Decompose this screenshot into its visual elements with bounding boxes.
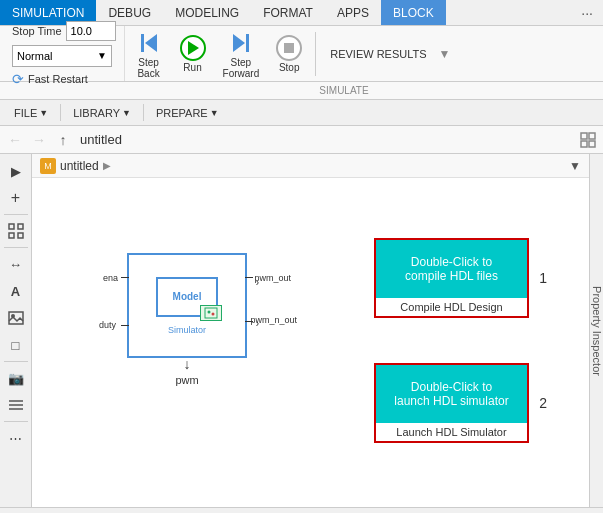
svg-rect-0 [581,133,587,139]
nav-bar: ← → ↑ untitled [0,126,603,154]
pwm-port-ena: ena [103,273,118,283]
svg-rect-2 [581,141,587,147]
step-back-label: Step Back [137,57,159,79]
mode-value: Normal [17,50,52,62]
status-bar: 100% VariableStepAuto [0,507,603,513]
menu-more[interactable]: ··· [571,0,603,25]
compile-hdl-label: Compile HDL Design [400,298,502,316]
svg-rect-3 [589,141,595,147]
conn-left-top [121,277,129,278]
file-dropdown-arrow: ▼ [39,108,48,118]
menu-block[interactable]: BLOCK [381,0,446,25]
main-toolbar: Stop Time Normal ▼ ⟳ Fast Restart Step B… [0,26,603,82]
tool-more[interactable]: ⋯ [2,425,30,451]
step-back-icon [135,29,163,57]
step-forward-icon [227,29,255,57]
tool-fit[interactable] [2,218,30,244]
run-label: Run [183,62,201,73]
model-label: Model [173,291,202,302]
svg-rect-4 [9,224,14,229]
tool-image[interactable] [2,305,30,331]
svg-rect-6 [9,233,14,238]
conn-right-top [245,277,253,278]
stop-label: Stop [279,62,300,73]
breadcrumb-model-name: untitled [60,159,99,173]
model-box: Model [156,277,218,317]
file-button[interactable]: FILE ▼ [4,100,58,125]
launch-hdl-button[interactable]: Double-Click to launch HDL simulator [376,365,527,423]
run-button[interactable]: Run [173,32,213,75]
library-button[interactable]: LIBRARY ▼ [63,100,141,125]
pwm-block[interactable]: ena duty Model Simulator pwm_out [127,253,247,358]
step-forward-label: Step Forward [223,57,260,79]
simulate-group-label: SIMULATE [264,85,424,96]
menu-apps[interactable]: APPS [325,0,381,25]
sim-overlay [200,305,222,321]
main-area: ▶ + ↔ A □ 📷 ⋯ M untitled ▶ ▼ [0,154,603,507]
compile-hdl-button[interactable]: Double-Click to compile HDL files [376,240,527,298]
tool-arrow-h[interactable]: ↔ [2,251,30,277]
review-results-button[interactable]: REVIEW RESULTS [322,46,434,62]
stop-time-input[interactable] [66,21,116,41]
tool-sep4 [4,421,28,422]
svg-rect-1 [589,133,595,139]
prepare-button[interactable]: PREPARE ▼ [146,100,229,125]
fast-restart-row[interactable]: ⟳ Fast Restart [12,71,116,87]
hdl-compile-block[interactable]: Double-Click to compile HDL files Compil… [374,238,529,318]
menu-modeling[interactable]: MODELING [163,0,251,25]
launch-hdl-number: 2 [539,395,547,411]
library-dropdown-arrow: ▼ [122,108,131,118]
tool-layers[interactable] [2,392,30,418]
tool-text[interactable]: A [2,278,30,304]
svg-point-14 [208,310,211,313]
review-results-dropdown[interactable]: ▼ [439,47,451,61]
menu-format[interactable]: FORMAT [251,0,325,25]
down-arrow: ↓ [184,356,191,372]
arrow-right-top: › [256,277,259,288]
run-icon [179,34,207,62]
canvas-breadcrumb: M untitled ▶ ▼ [32,154,589,178]
mode-dropdown[interactable]: Normal ▼ [12,45,112,67]
nav-up-button[interactable]: ↑ [52,129,74,151]
stop-time-group: Stop Time Normal ▼ ⟳ Fast Restart [4,26,125,81]
conn-left-bottom [121,325,129,326]
nav-title: untitled [80,132,122,147]
svg-point-15 [212,312,215,315]
svg-rect-7 [18,233,23,238]
tool-sep1 [4,214,28,215]
hdl-launch-block[interactable]: Double-Click to launch HDL simulator Lau… [374,363,529,443]
svg-rect-13 [205,308,217,318]
step-back-button[interactable]: Step Back [129,27,169,81]
tool-zoom-in[interactable]: + [2,185,30,211]
fast-restart-icon: ⟳ [12,71,24,87]
toolbar-sep2 [143,104,144,122]
nav-grid-icon[interactable] [577,129,599,151]
conn-right-bottom [245,321,253,322]
left-tools: ▶ + ↔ A □ 📷 ⋯ [0,154,32,507]
toolbar-sep1 [60,104,61,122]
fast-restart-label: Fast Restart [28,73,88,85]
tool-select[interactable]: ▶ [2,158,30,184]
stop-icon [275,34,303,62]
breadcrumb-dropdown[interactable]: ▼ [569,159,581,173]
step-forward-button[interactable]: Step Forward [217,27,266,81]
tool-sep3 [4,361,28,362]
simulator-label: Simulator [168,325,206,335]
stop-button[interactable]: Stop [269,32,309,75]
pwm-block-label: pwm [175,374,198,386]
breadcrumb-arrow: ▶ [103,160,111,171]
nav-back-button[interactable]: ← [4,129,26,151]
mini-toolbar: FILE ▼ LIBRARY ▼ PREPARE ▼ [0,100,603,126]
arrow-right-bottom: › [256,318,259,329]
right-sidebar: Property Inspector [589,154,603,507]
pwm-port-duty: duty [99,320,116,330]
canvas-area: M untitled ▶ ▼ ena duty Model [32,154,589,507]
canvas-content[interactable]: ena duty Model Simulator pwm_out [32,178,589,507]
toolbar-separator [315,32,316,76]
stop-time-label: Stop Time [12,25,62,37]
nav-forward-button[interactable]: → [28,129,50,151]
tool-rectangle[interactable]: □ [2,332,30,358]
tool-sep2 [4,247,28,248]
compile-hdl-number: 1 [539,270,547,286]
tool-camera[interactable]: 📷 [2,365,30,391]
